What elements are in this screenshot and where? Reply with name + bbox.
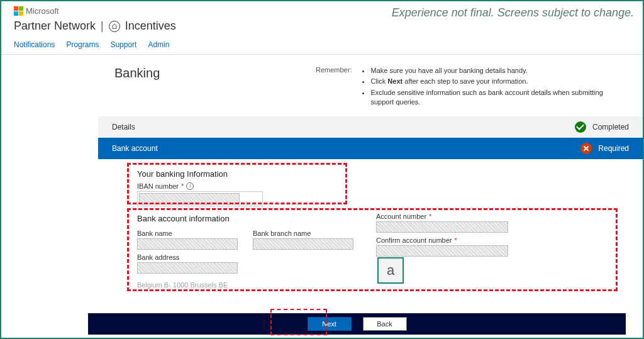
nav-admin[interactable]: Admin — [148, 40, 169, 49]
required-x-icon — [580, 143, 592, 154]
iban-input[interactable] — [139, 193, 240, 204]
remember-list: Make sure you have all your banking deta… — [370, 66, 609, 109]
section-bar-details[interactable]: Details Completed — [98, 116, 643, 138]
bank-branch-input[interactable] — [253, 238, 353, 250]
confirm-account-label: Confirm account number * — [376, 236, 527, 244]
nav-notifications[interactable]: Notifications — [14, 40, 55, 49]
pipe-divider: | — [101, 19, 104, 33]
country-line: Belgium B- 1000 Brussels BE — [137, 281, 351, 289]
bank-branch-label: Bank branch name — [253, 230, 353, 237]
home-icon[interactable] — [109, 21, 120, 32]
section-details-label: Details — [112, 123, 135, 131]
footer-action-bar: Next Back — [88, 313, 626, 335]
check-icon — [575, 121, 586, 133]
iban-label: IBAN number * i — [137, 182, 643, 190]
confirm-account-input[interactable] — [376, 245, 508, 257]
bank-address-label: Bank address — [137, 253, 238, 261]
top-nav: Notifications Programs Support Admin — [14, 40, 643, 49]
bank-address-input[interactable] — [137, 262, 238, 274]
partner-network-label: Partner Network — [14, 19, 96, 33]
remember-label: Remember: — [316, 66, 352, 109]
annotation-marker-a: a — [377, 257, 404, 284]
bank-name-input[interactable] — [137, 238, 238, 250]
section-bar-bank-account[interactable]: Bank account Required — [98, 138, 643, 159]
info-icon[interactable]: i — [186, 182, 194, 190]
status-completed: Completed — [592, 123, 629, 131]
next-button[interactable]: Next — [308, 317, 352, 331]
account-number-input[interactable] — [376, 221, 508, 233]
section-bank-label: Bank account — [112, 144, 158, 153]
incentives-label: Incentives — [125, 19, 176, 33]
nav-support[interactable]: Support — [110, 40, 136, 49]
remember-item: Make sure you have all your banking deta… — [370, 66, 609, 75]
page-title: Banking — [102, 66, 316, 109]
microsoft-label: Microsoft — [26, 6, 59, 16]
nav-programs[interactable]: Programs — [66, 40, 99, 49]
heading-your-banking-info: Your banking Information — [137, 169, 643, 179]
back-button[interactable]: Back — [363, 317, 407, 331]
bank-name-label: Bank name — [137, 230, 238, 237]
remember-item: Click Next after each step to save your … — [370, 77, 609, 86]
microsoft-logo-icon — [14, 6, 23, 16]
remember-item: Exclude sensitive information such as ba… — [370, 88, 609, 108]
heading-bank-account-info: Bank account information — [137, 214, 351, 223]
disclaimer-text: Experience not final. Screens subject to… — [392, 6, 634, 19]
account-number-label: Account number * — [376, 213, 527, 220]
status-required: Required — [598, 144, 629, 153]
